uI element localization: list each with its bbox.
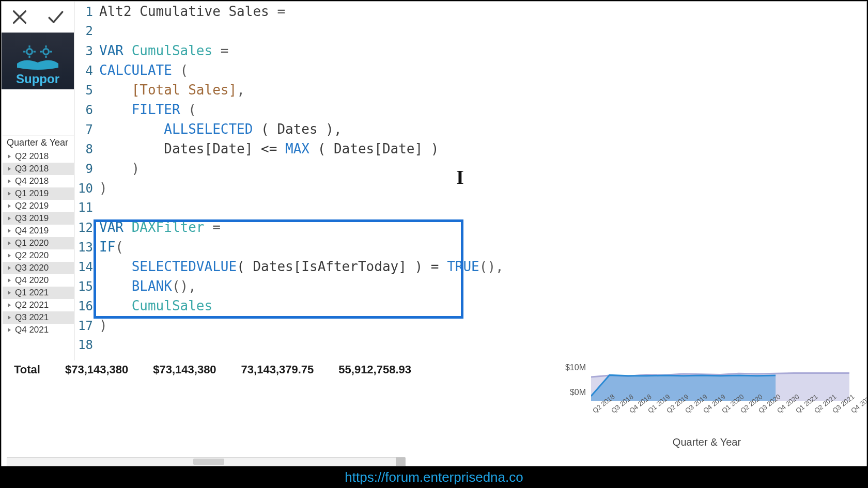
svg-point-5	[43, 49, 49, 55]
editor-line[interactable]: 10)	[74, 178, 865, 198]
line-number: 11	[74, 198, 93, 217]
editor-line[interactable]: 3VAR CumulSales =	[74, 41, 865, 60]
slicer-item-label: Q3 2020	[15, 263, 49, 273]
line-number: 4	[74, 61, 93, 81]
slicer-item-label: Q1 2020	[15, 238, 49, 248]
slicer-item[interactable]: Q4 2020	[3, 274, 74, 287]
slicer-item-label: Q4 2018	[15, 176, 49, 186]
xtick: Q1 2019	[646, 408, 651, 415]
editor-line[interactable]: 18	[74, 335, 865, 355]
expand-icon	[7, 278, 12, 283]
slicer-item[interactable]: Q3 2021	[3, 311, 74, 324]
xtick: Q2 2021	[813, 408, 817, 415]
xtick: Q4 2019	[702, 408, 706, 415]
slicer-item-label: Q4 2020	[15, 275, 49, 286]
editor-line[interactable]: 17)	[74, 316, 865, 335]
expand-icon	[7, 179, 12, 184]
commit-button[interactable]	[38, 2, 74, 32]
editor-line[interactable]: 12VAR DAXFilter =	[74, 217, 865, 237]
xtick: Q2 2019	[665, 408, 670, 415]
expand-icon	[7, 327, 12, 333]
xtick: Q2 2018	[591, 408, 596, 415]
slicer-item[interactable]: Q3 2020	[3, 262, 74, 274]
xtick: Q1 2020	[720, 408, 725, 415]
slicer-item-label: Q3 2021	[15, 312, 49, 323]
cancel-button[interactable]	[2, 2, 38, 32]
slicer-item[interactable]: Q3 2018	[3, 163, 74, 175]
line-number: 15	[74, 277, 93, 296]
line-number: 6	[74, 100, 93, 120]
line-number: 2	[74, 21, 93, 41]
line-number: 12	[74, 218, 93, 238]
quarter-year-slicer[interactable]: Quarter & Year Q2 2018Q3 2018Q4 2018Q1 2…	[3, 135, 74, 336]
expand-icon	[7, 290, 12, 295]
expand-icon	[7, 166, 12, 171]
slicer-item[interactable]: Q3 2019	[3, 212, 74, 225]
editor-line[interactable]: 5 [Total Sales],	[74, 80, 865, 100]
slicer-header: Quarter & Year	[3, 135, 74, 150]
scrollbar-thumb[interactable]	[193, 459, 224, 465]
editor-line[interactable]: 2	[74, 21, 865, 41]
line-number: 1	[74, 2, 93, 22]
report-canvas: Suppor Quarter & Year Q2 2018Q3 2018Q4 2…	[1, 1, 867, 467]
line-number: 18	[74, 335, 93, 355]
slicer-item-label: Q4 2019	[15, 226, 49, 236]
slicer-item[interactable]: Q4 2018	[3, 175, 74, 187]
slicer-item[interactable]: Q4 2021	[3, 324, 74, 336]
xtick: Q3 2018	[610, 408, 614, 415]
slicer-item[interactable]: Q1 2019	[3, 187, 74, 200]
xtick: Q4 2020	[776, 408, 780, 415]
totals-value: $73,143,380	[65, 363, 128, 376]
totals-row: Total $73,143,380 $73,143,380 73,143,379…	[6, 363, 404, 376]
brand-text: Suppor	[16, 72, 59, 86]
xtick: Q1 2021	[794, 408, 799, 415]
slicer-item[interactable]: Q2 2021	[3, 299, 74, 311]
expand-icon	[7, 191, 12, 196]
formula-action-bar	[2, 2, 74, 33]
slicer-item[interactable]: Q2 2020	[3, 249, 74, 262]
editor-line[interactable]: 4CALCULATE (	[74, 60, 865, 80]
editor-line[interactable]: 15 BLANK(),	[74, 276, 865, 296]
expand-icon	[7, 303, 12, 308]
scrollbar-right-cap[interactable]	[396, 458, 405, 466]
slicer-item[interactable]: Q1 2020	[3, 237, 74, 249]
editor-line[interactable]: 13IF(	[74, 237, 865, 257]
slicer-item-label: Q2 2018	[15, 151, 49, 162]
editor-line[interactable]: 9 )	[74, 159, 865, 178]
editor-line[interactable]: 7 ALLSELECTED ( Dates ),	[74, 119, 865, 139]
xtick: Q4 2021	[849, 408, 854, 415]
slicer-item[interactable]: Q2 2018	[3, 150, 74, 163]
xtick: Q3 2019	[684, 408, 688, 415]
table-horizontal-scrollbar[interactable]	[7, 457, 406, 467]
editor-line[interactable]: 6 FILTER (	[74, 100, 865, 119]
totals-value: $73,143,380	[153, 363, 216, 376]
cumulative-sales-chart[interactable]: $10M $0M Q2 2018Q3 2018Q4 2018Q1 2019Q2 …	[557, 358, 857, 451]
expand-icon	[7, 241, 12, 246]
expand-icon	[7, 154, 12, 159]
line-number: 8	[74, 139, 93, 159]
slicer-item-label: Q1 2019	[15, 188, 49, 199]
slicer-item-label: Q3 2018	[15, 164, 49, 174]
editor-line[interactable]: 1Alt2 Cumulative Sales =	[74, 2, 865, 21]
expand-icon	[7, 265, 12, 271]
xtick: Q3 2020	[757, 408, 762, 415]
totals-label: Total	[6, 363, 40, 376]
line-number: 14	[74, 257, 93, 277]
line-number: 3	[74, 41, 93, 61]
slicer-item[interactable]: Q1 2021	[3, 287, 74, 299]
dax-formula-editor[interactable]: 1Alt2 Cumulative Sales =23VAR CumulSales…	[74, 2, 865, 360]
editor-line[interactable]: 16 CumulSales	[74, 296, 865, 316]
line-number: 10	[74, 179, 93, 198]
xtick: Q4 2018	[628, 408, 632, 415]
line-number: 17	[74, 316, 93, 336]
line-number: 16	[74, 296, 93, 316]
editor-line[interactable]: 11	[74, 198, 865, 217]
xtick: Q2 2020	[739, 408, 743, 415]
slicer-item[interactable]: Q4 2019	[3, 225, 74, 237]
footer-link[interactable]: https://forum.enterprisedna.co	[0, 466, 868, 488]
expand-icon	[7, 216, 12, 221]
editor-line[interactable]: 14 SELECTEDVALUE( Dates[IsAfterToday] ) …	[74, 257, 865, 276]
line-number: 9	[74, 159, 93, 179]
slicer-item[interactable]: Q2 2019	[3, 200, 74, 212]
editor-line[interactable]: 8 Dates[Date] <= MAX ( Dates[Date] )	[74, 139, 865, 159]
